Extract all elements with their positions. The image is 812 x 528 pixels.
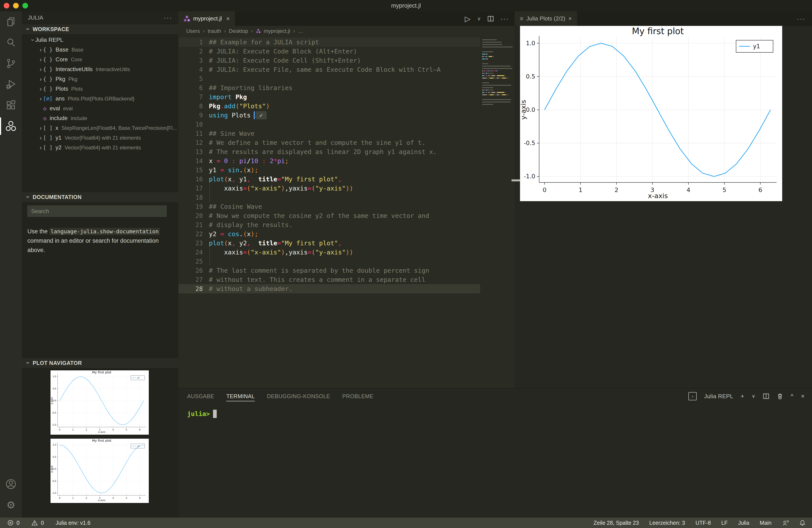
julia-env-status[interactable]: Julia env: v1.6 [56,520,90,526]
activity-bar: ⚙ [0,11,22,517]
bell-icon[interactable] [799,519,806,526]
code-line-27[interactable]: 27# without text. This creates a comment… [178,275,480,284]
terminal-shell-label[interactable]: Julia REPL [704,393,733,400]
code-line-16[interactable]: 16plot(x, y1, title="My first plot", [178,175,480,184]
code-line-17[interactable]: 17 xaxis=("x-axis"),yaxis=("y-axis")) [178,184,480,193]
julia-icon[interactable] [0,116,22,136]
code-line-25[interactable]: 25 [178,257,480,266]
status-item[interactable]: Zeile 28, Spalte 23 [594,520,639,526]
code-line-6[interactable]: 6## Importing libraries [178,83,480,92]
close-tab-icon[interactable]: × [568,15,572,22]
breadcrumb-item[interactable]: Desktop [229,28,248,34]
tree-item-eval[interactable]: ◇evaleval [22,103,178,113]
close-tab-icon[interactable]: × [226,15,230,22]
tree-item-plots[interactable]: ›{ }PlotsPlots [22,84,178,94]
plots-more-icon[interactable]: ··· [797,15,812,23]
code-line-24[interactable]: 24 xaxis=("x-axis"),yaxis=("y-axis")) [178,248,480,257]
workspace-section-header[interactable]: › WORKSPACE [22,24,178,34]
code-line-21[interactable]: 21# display the results. [178,220,480,230]
run-dropdown-icon[interactable]: ∨ [477,16,481,22]
tree-item-include[interactable]: ◇includeinclude [22,113,178,123]
status-item[interactable]: UTF-8 [695,520,711,526]
breadcrumb[interactable]: Users›trauth›Desktop›myproject.jl›… [178,26,514,36]
warnings-icon[interactable] [31,520,38,526]
code-line-4[interactable]: 4# JULIA: Execute File, same as Execute … [178,65,480,74]
tab-julia-plots[interactable]: ≡ Julia Plots (2/2) × [514,11,577,26]
code-line-19[interactable]: 19## Cosine Wave [178,202,480,211]
plot-thumbnail-cosine[interactable]: 0123456-1.0-0.50.00.51.0My first plotx-a… [50,438,149,503]
account-icon[interactable] [0,474,22,495]
breadcrumb-file[interactable]: myproject.jl [264,28,290,34]
indent-guide [209,184,210,193]
errors-count[interactable]: 0 [16,520,19,526]
settings-gear-icon[interactable]: ⚙ [0,495,22,515]
code-line-28[interactable]: 28# without a subheader. [178,284,480,293]
kill-terminal-icon[interactable] [777,393,783,399]
tree-item-interactiveutils[interactable]: ›{ }InteractiveUtilsInteractiveUtils [22,64,178,74]
tree-item-base[interactable]: ›{ }BaseBase [22,45,178,55]
run-debug-icon[interactable] [0,74,22,95]
terminal-output[interactable]: julia> [187,410,812,418]
documentation-search-input[interactable] [27,205,166,217]
plot-thumbnail-sine[interactable]: 0123456-1.0-0.50.00.51.0My first plotx-a… [50,370,149,435]
code-editor[interactable]: 1## Example for a JULIA script2# JULIA: … [178,36,514,388]
plot-navigator-header[interactable]: › PLOT NAVIGATOR [22,358,178,368]
code-line-11[interactable]: 11## Sine Wave [178,129,480,138]
more-actions-icon[interactable]: ··· [501,15,509,23]
split-terminal-icon[interactable] [763,393,769,399]
status-item[interactable]: Main [760,520,771,526]
tree-item-y2[interactable]: ›[ ]y2Vector{Float64} with 21 elements [22,143,178,152]
status-item[interactable]: LF [721,520,728,526]
sync-account-icon[interactable] [782,519,789,526]
documentation-section-header[interactable]: › DOCUMENTATION [22,192,178,202]
run-play-icon[interactable]: ▷ [465,14,470,23]
code-line-5[interactable]: 5 [178,74,480,83]
explorer-icon[interactable] [0,11,22,32]
warnings-count[interactable]: 0 [41,520,44,526]
panel-tab-ausgabe[interactable]: AUSGABE [187,388,214,404]
panel-tab-debugging-konsole[interactable]: DEBUGGING-KONSOLE [267,388,330,404]
code-line-14[interactable]: 14x = 0 : pi/10 : 2*pi; [178,156,480,165]
split-editor-icon[interactable] [488,15,494,22]
errors-icon[interactable] [8,520,14,526]
code-line-15[interactable]: 15y1 = sin.(x); [178,165,480,175]
code-line-7[interactable]: 7import Pkg [178,92,480,102]
code-line-18[interactable]: 18 [178,193,480,202]
code-line-23[interactable]: 23plot(x, y2, title="My first plot", [178,238,480,248]
breadcrumb-item[interactable]: trauth [208,28,221,34]
terminal-dropdown-icon[interactable]: ∨ [752,393,755,399]
code-line-9[interactable]: 9using Plots✓ [178,111,480,120]
tree-item-core[interactable]: ›{ }CoreCore [22,55,178,64]
tab-myproject-jl[interactable]: myproject.jl × [178,11,235,26]
panel-tab-probleme[interactable]: PROBLEME [342,388,373,404]
code-line-26[interactable]: 26# The last comment is separated by the… [178,266,480,275]
close-panel-icon[interactable]: × [801,393,804,400]
tree-item-julia repl[interactable]: ›Julia REPL [22,35,178,45]
tree-item-x[interactable]: ›[ ]xStepRangeLen{Float64, Base.TwicePre… [22,123,178,133]
minimap[interactable] [480,36,514,388]
tree-item-pkg[interactable]: ›{ }PkgPkg [22,74,178,84]
code-line-3[interactable]: 3# JULIA: Execute Code Cell (Shift+Enter… [178,56,480,65]
code-line-2[interactable]: 2# JULIA: Execute Code Block (Alt+Enter) [178,47,480,56]
code-line-10[interactable]: 10 [178,120,480,129]
new-terminal-icon[interactable]: + [741,393,744,400]
breadcrumb-item[interactable]: Users [186,28,200,34]
code-line-22[interactable]: 22y2 = cos.(x); [178,230,480,238]
search-icon[interactable] [0,32,22,53]
code-line-12[interactable]: 12# We define a time vector t and comput… [178,138,480,147]
maximize-panel-icon[interactable]: ^ [791,393,794,400]
sidebar-more-icon[interactable]: ··· [164,14,172,21]
code-line-13[interactable]: 13# The results are displayed as linear … [178,147,480,156]
status-item[interactable]: Leerzeichen: 3 [649,520,685,526]
extensions-icon[interactable] [0,95,22,116]
source-control-icon[interactable] [0,53,22,74]
code-line-1[interactable]: 1## Example for a JULIA script [178,38,480,47]
status-item[interactable]: Julia [738,520,749,526]
code-line-20[interactable]: 20# Now we compute the cosine y2 of the … [178,211,480,220]
code-line-8[interactable]: 8Pkg.add("Plots") [178,102,480,111]
tree-item-ans[interactable]: ›[∅]ansPlots.Plot{Plots.GRBackend} [22,94,178,103]
panel-resize-handle[interactable] [511,179,520,181]
panel-tab-terminal[interactable]: TERMINAL [226,388,255,404]
tree-item-y1[interactable]: ›[ ]y1Vector{Float64} with 21 elements [22,133,178,143]
chevron-right-icon: › [38,124,43,132]
